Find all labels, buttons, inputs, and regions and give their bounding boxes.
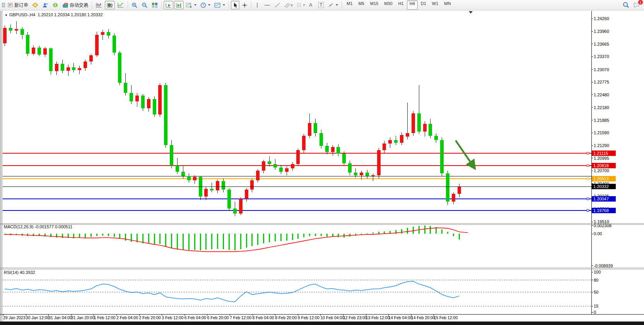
bar-chart-button[interactable] bbox=[94, 1, 104, 9]
panel-splitter[interactable] bbox=[0, 269, 644, 269]
panel-splitter[interactable] bbox=[0, 224, 644, 225]
line-handle[interactable] bbox=[587, 178, 589, 180]
macd-histogram-bar bbox=[217, 234, 218, 249]
period-button[interactable] bbox=[199, 1, 212, 9]
macd-histogram-bar bbox=[177, 234, 178, 249]
new-chart-icon bbox=[186, 2, 192, 8]
chart-shift-button[interactable] bbox=[174, 1, 184, 9]
notification-badge: 1 bbox=[638, 0, 643, 5]
candle-wick bbox=[373, 173, 373, 181]
rsi-tick-label: 80 bbox=[594, 278, 598, 282]
text-label-button[interactable]: T bbox=[317, 1, 325, 9]
macd-histogram-bar bbox=[91, 234, 92, 237]
line-handle[interactable] bbox=[587, 198, 589, 200]
rsi-tick-label: 15 bbox=[594, 304, 598, 308]
horizontal-line-object[interactable] bbox=[3, 165, 591, 166]
zoom-out-button[interactable] bbox=[140, 1, 149, 9]
macd-indicator-label: MACD(12,26,9) -0.001577 0.000511 bbox=[4, 224, 72, 229]
candle-body bbox=[43, 48, 47, 54]
rsi-tick-mark bbox=[591, 292, 593, 292]
window-icon bbox=[1, 1, 5, 9]
candle-body bbox=[446, 173, 449, 202]
line-handle[interactable] bbox=[587, 164, 589, 167]
text-button[interactable]: A bbox=[307, 1, 316, 9]
horizontal-line-button[interactable] bbox=[263, 1, 272, 9]
macd-histogram-bar bbox=[407, 228, 408, 234]
candle-wick bbox=[361, 171, 362, 179]
timeframe-button-m15[interactable]: M15 bbox=[367, 0, 381, 10]
signals-button[interactable] bbox=[51, 1, 60, 9]
zoom-out-icon bbox=[142, 2, 148, 8]
candle-body bbox=[147, 99, 150, 108]
macd-tick-mark bbox=[591, 265, 593, 266]
macd-panel[interactable] bbox=[3, 225, 591, 268]
zoom-in-button[interactable] bbox=[130, 1, 139, 9]
macd-histogram-bar bbox=[332, 234, 333, 237]
search-button[interactable] bbox=[621, 1, 631, 9]
time-axis-label: 1 Feb 12:00 bbox=[94, 315, 115, 320]
line-handle[interactable] bbox=[587, 152, 589, 154]
crosshair-button[interactable] bbox=[240, 1, 249, 9]
macd-tick-label: 0.002308 bbox=[594, 223, 612, 228]
horizontal-line-object[interactable] bbox=[3, 198, 591, 199]
horizontal-line-object[interactable] bbox=[3, 210, 591, 211]
rsi-tick-mark bbox=[591, 280, 593, 280]
panel-splitter[interactable] bbox=[0, 268, 644, 268]
market-watch-button[interactable] bbox=[31, 1, 40, 9]
cursor-button[interactable] bbox=[231, 1, 239, 9]
timeframe-button-h1[interactable]: H1 bbox=[396, 0, 407, 10]
macd-histogram-bar bbox=[240, 234, 241, 249]
vertical-line-button[interactable] bbox=[253, 1, 262, 9]
candle-body bbox=[452, 194, 455, 202]
template-button[interactable] bbox=[213, 1, 227, 9]
time-axis-label: 12 Feb 23:00 bbox=[343, 315, 367, 320]
macd-histogram-bar bbox=[194, 234, 195, 250]
timeframe-button-w1[interactable]: W1 bbox=[429, 0, 441, 10]
timeframe-button-m30[interactable]: M30 bbox=[381, 0, 395, 10]
candle-body bbox=[383, 144, 386, 151]
new-order-button[interactable]: 新订单 bbox=[6, 1, 30, 9]
macd-histogram-bar bbox=[108, 234, 109, 236]
candle-body bbox=[400, 135, 403, 143]
timeframe-button-h4[interactable]: H4 bbox=[407, 0, 418, 10]
candle-body bbox=[337, 147, 340, 154]
auto-trading-button[interactable]: 自动交易 bbox=[61, 1, 90, 9]
macd-histogram-bar bbox=[343, 234, 345, 238]
timeframe-button-mn[interactable]: MN bbox=[441, 0, 453, 10]
trendline-button[interactable] bbox=[273, 1, 282, 9]
time-axis-label: 6 Feb 04:00 bbox=[184, 315, 206, 320]
community-button[interactable] bbox=[41, 1, 50, 9]
line-chart-button[interactable] bbox=[116, 1, 126, 9]
rsi-tick-mark bbox=[591, 312, 593, 313]
horizontal-line-object[interactable] bbox=[3, 178, 591, 179]
macd-histogram-bar bbox=[119, 234, 120, 239]
chart-shift-icon bbox=[176, 2, 182, 8]
new-chart-button[interactable] bbox=[184, 1, 198, 9]
bar-chart-icon bbox=[96, 2, 102, 8]
line-handle[interactable] bbox=[587, 209, 589, 212]
auto-scroll-button[interactable] bbox=[164, 1, 173, 9]
macd-histogram-bar bbox=[413, 227, 414, 234]
fibonacci-button[interactable]: F bbox=[295, 1, 307, 9]
channel-button[interactable]: E bbox=[283, 1, 294, 9]
panel-splitter[interactable] bbox=[0, 223, 644, 224]
arrows-icon bbox=[328, 2, 334, 8]
price-tick-mark bbox=[591, 31, 593, 32]
rsi-panel[interactable] bbox=[3, 270, 591, 314]
price-tick-mark bbox=[591, 94, 593, 95]
macd-histogram-bar bbox=[389, 231, 391, 234]
tile-windows-button[interactable] bbox=[150, 1, 159, 9]
timeframe-button-d1[interactable]: D1 bbox=[418, 0, 429, 10]
candle-body bbox=[101, 32, 104, 35]
timeframe-button-m5[interactable]: M5 bbox=[356, 0, 367, 10]
main-chart-panel[interactable] bbox=[3, 11, 591, 223]
chat-button[interactable]: 1 bbox=[632, 1, 642, 9]
candle-wick bbox=[79, 66, 80, 74]
timeframe-button-m1[interactable]: M1 bbox=[344, 0, 355, 10]
bid-price-label: 1.20332 bbox=[592, 184, 616, 189]
candlestick-chart-button[interactable] bbox=[105, 1, 115, 9]
macd-histogram-bar bbox=[453, 234, 454, 236]
horizontal-line-object[interactable] bbox=[3, 176, 591, 176]
candle-body bbox=[239, 199, 243, 214]
arrows-button[interactable] bbox=[326, 1, 340, 9]
